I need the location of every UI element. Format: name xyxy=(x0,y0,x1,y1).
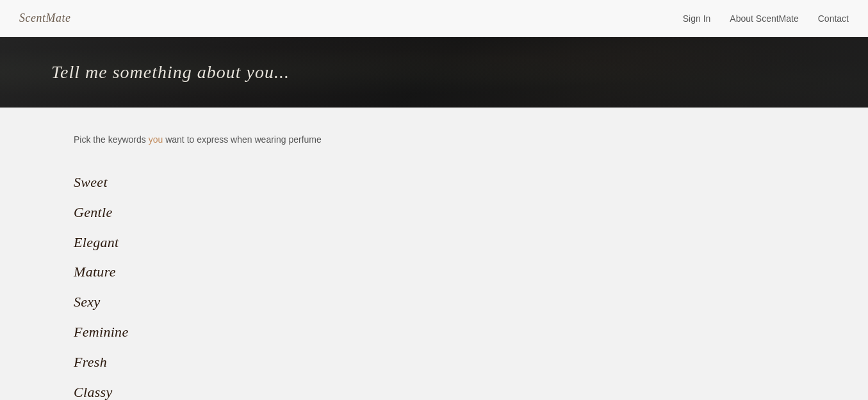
keyword-elegant[interactable]: Elegant xyxy=(74,229,794,257)
navbar: ScentMate Sign In About ScentMate Contac… xyxy=(0,0,868,37)
keywords-list: Sweet Gentle Elegant Mature Sexy Feminin… xyxy=(74,169,794,400)
nav-contact[interactable]: Contact xyxy=(818,13,849,24)
nav-links: Sign In About ScentMate Contact xyxy=(683,13,849,24)
keyword-classy[interactable]: Classy xyxy=(74,379,794,400)
main-content: Pick the keywords you want to express wh… xyxy=(0,108,868,400)
keyword-gentle[interactable]: Gentle xyxy=(74,199,794,227)
nav-sign-in[interactable]: Sign In xyxy=(683,13,711,24)
keyword-feminine[interactable]: Feminine xyxy=(74,319,794,346)
keyword-mature[interactable]: Mature xyxy=(74,259,794,286)
highlight-you: you xyxy=(149,134,163,145)
hero-title: Tell me something about you... xyxy=(51,62,290,83)
keyword-sweet[interactable]: Sweet xyxy=(74,169,794,196)
instruction-text: Pick the keywords you want to express wh… xyxy=(74,133,794,147)
hero-banner: Tell me something about you... xyxy=(0,37,868,108)
keyword-fresh[interactable]: Fresh xyxy=(74,349,794,376)
brand-logo[interactable]: ScentMate xyxy=(19,12,70,25)
nav-about[interactable]: About ScentMate xyxy=(730,13,798,24)
keyword-sexy[interactable]: Sexy xyxy=(74,289,794,316)
